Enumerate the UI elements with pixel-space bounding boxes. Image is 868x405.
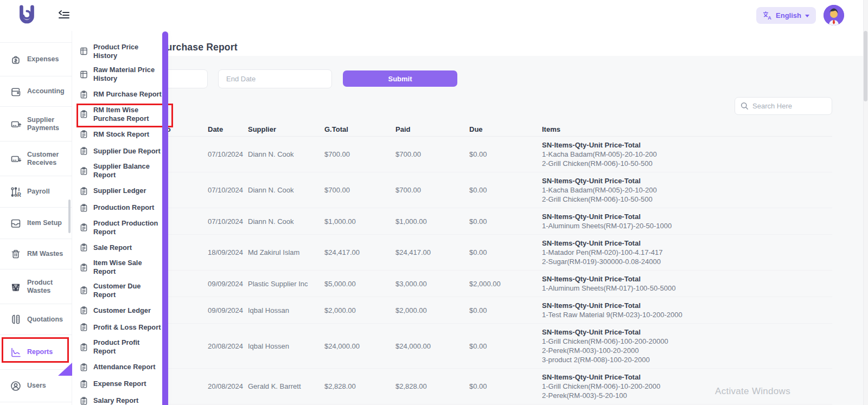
cell-paid: $24,417.00 xyxy=(395,248,469,256)
clipboard-icon xyxy=(79,187,88,196)
item-line: 1-Kacha Badam(RM-005)-20-10-200 xyxy=(542,150,828,159)
menu-item-rm-purchase-report[interactable]: RM Purchase Report xyxy=(79,90,162,99)
end-date-input[interactable] xyxy=(218,69,332,88)
table-row: 18/09/2024Md Zakirul Islam$24,417.00$24,… xyxy=(133,235,832,271)
cell-gtotal: $700.00 xyxy=(324,150,395,158)
cell-paid: $1,000.00 xyxy=(395,217,469,226)
language-label: English xyxy=(776,11,801,20)
cell-items: SN-Items-Qty-Unit Price-Total1-Grill Chi… xyxy=(542,327,832,364)
sidebar-item-customer-receives[interactable]: Customer Receives xyxy=(0,142,72,176)
quote-icon xyxy=(10,313,22,325)
sidebar-item-label: Customer Receives xyxy=(27,151,68,167)
menu-item-label: RM Purchase Report xyxy=(93,90,162,99)
menu-item-raw-material-price-history[interactable]: Raw Material Price History xyxy=(79,67,162,82)
sidebar-item-product-wastes[interactable]: Product Wastes xyxy=(0,269,72,304)
search-box[interactable] xyxy=(735,97,832,115)
language-selector[interactable]: A English xyxy=(756,7,816,24)
menu-item-supplier-due-report[interactable]: Supplier Due Report xyxy=(79,147,162,156)
sidebar-item-accounting[interactable]: Accounting xyxy=(0,76,72,107)
trash-icon xyxy=(10,248,22,260)
activate-windows-watermark: Activate Windows xyxy=(715,386,790,397)
clipboard-icon xyxy=(79,223,88,232)
cell-due: $0.00 xyxy=(469,342,542,350)
menu-item-label: Product Price History xyxy=(93,43,162,60)
menu-item-label: Item Wise Sale Report xyxy=(93,259,162,276)
menu-item-customer-due-report[interactable]: Customer Due Report xyxy=(79,283,162,298)
sidebar-collapse-icon[interactable] xyxy=(58,9,71,22)
page-scrollbar-thumb[interactable] xyxy=(864,31,867,101)
user-avatar[interactable] xyxy=(824,5,844,25)
table-header-row: Invoice NoDateSupplierG.TotalPaidDueItem… xyxy=(133,122,832,137)
sidebar-item-payroll[interactable]: RPayroll xyxy=(0,176,72,208)
menu-item-product-price-history[interactable]: Product Price History xyxy=(79,44,162,59)
cell-gtotal: $1,000.00 xyxy=(324,217,395,226)
sidebar-item-item-setup[interactable]: Item Setup xyxy=(0,208,72,239)
chevron-down-icon xyxy=(805,15,809,17)
menu-item-label: Supplier Ledger xyxy=(93,187,162,195)
cell-due: $0.00 xyxy=(469,382,542,390)
cell-items: SN-Items-Qty-Unit Price-Total1-Test Raw … xyxy=(542,301,832,319)
cell-supplier: Diann N. Cook xyxy=(248,217,324,226)
menu-item-label: RM Item Wise Purchase Report xyxy=(93,106,162,123)
items-header: SN-Items-Qty-Unit Price-Total xyxy=(542,239,828,248)
cell-items: SN-Items-Qty-Unit Price-Total1-Aluminum … xyxy=(542,212,832,230)
sidebar-item-supplier-payments[interactable]: Supplier Payments xyxy=(0,107,72,142)
menu-item-label: Expense Report xyxy=(93,380,162,388)
menu-item-product-production-report[interactable]: Product Production Report xyxy=(79,220,162,235)
sidebar-item-quotations[interactable]: Quotations xyxy=(0,304,72,335)
sidebar-item-expenses[interactable]: Expenses xyxy=(0,43,72,76)
items-header: SN-Items-Qty-Unit Price-Total xyxy=(542,372,828,382)
app-logo-icon[interactable] xyxy=(15,4,38,28)
item-line: 1-Grill Chicken(RM-006)-100-200-20000 xyxy=(542,337,828,346)
user-icon xyxy=(10,380,22,392)
cell-due: $0.00 xyxy=(469,306,542,314)
cell-items: SN-Items-Qty-Unit Price-Total1-Aluminum … xyxy=(542,274,832,293)
menu-item-attendance-report[interactable]: Attendance Report xyxy=(79,363,162,371)
menu-item-salary-report[interactable]: Salary Report xyxy=(79,396,162,405)
app-root: RM Purchase Report Submit Invoice NoDate… xyxy=(0,0,868,405)
menu-item-profit-loss-report[interactable]: Profit & Loss Report xyxy=(79,323,162,332)
basket-icon xyxy=(10,281,22,293)
cell-date: 18/09/2024 xyxy=(208,248,248,256)
table-body: 07/10/2024Diann N. Cook$700.00$700.00$0.… xyxy=(133,137,832,404)
menu-item-rm-stock-report[interactable]: RM Stock Report xyxy=(79,130,162,139)
sidebar-item-label: Expenses xyxy=(27,55,68,63)
menu-item-supplier-balance-report[interactable]: Supplier Balance Report xyxy=(79,164,162,179)
cell-date: 20/08/2024 xyxy=(208,342,248,350)
menu-item-customer-ledger[interactable]: Customer Ledger xyxy=(79,306,162,315)
menu-item-label: Customer Due Report xyxy=(93,282,162,299)
search-input[interactable] xyxy=(752,102,826,110)
clipboard-icon xyxy=(79,363,88,372)
wallet-icon xyxy=(10,86,22,98)
menu-item-supplier-ledger[interactable]: Supplier Ledger xyxy=(79,187,162,195)
submit-button[interactable]: Submit xyxy=(343,70,457,87)
column-header-due: Due xyxy=(469,125,542,133)
clipboard-icon xyxy=(79,110,88,119)
items-header: SN-Items-Qty-Unit Price-Total xyxy=(542,327,828,337)
table-row: 07/10/2024Diann N. Cook$700.00$700.00$0.… xyxy=(133,137,832,172)
table-row: 07/10/2024Diann N. Cook$1,000.00$1,000.0… xyxy=(133,208,832,235)
menu-item-sale-report[interactable]: Sale Report xyxy=(79,243,162,252)
cell-paid: $2,000.00 xyxy=(395,306,469,314)
menu-item-production-report[interactable]: Production Report xyxy=(79,203,162,212)
menu-item-expense-report[interactable]: Expense Report xyxy=(79,380,162,388)
menu-item-label: Product Production Report xyxy=(93,219,162,236)
inbox-icon xyxy=(10,217,22,229)
clipboard-icon xyxy=(79,396,88,405)
column-header-paid: Paid xyxy=(395,125,469,133)
sidebar-item-rm-wastes[interactable]: RM Wastes xyxy=(0,239,72,269)
cell-date: 09/09/2024 xyxy=(208,306,248,314)
menu-item-rm-item-wise-purchase-report[interactable]: RM Item Wise Purchase Report xyxy=(79,107,162,122)
clipboard-icon xyxy=(79,323,88,332)
menu-item-product-profit-report[interactable]: Product Profit Report xyxy=(79,340,162,355)
clipboard-icon xyxy=(79,203,88,213)
cell-due: $2,000.00 xyxy=(469,280,542,288)
sidebar-list: AttendanceExpensesAccountingSupplier Pay… xyxy=(0,23,72,402)
menu-item-label: Production Report xyxy=(93,203,162,212)
menu-item-label: Profit & Loss Report xyxy=(93,323,162,332)
table-row: 09/09/2024Iqbal Hossan$2,000.00$2,000.00… xyxy=(133,297,832,324)
sidebar-scrollbar[interactable] xyxy=(68,200,71,233)
menu-item-item-wise-sale-report[interactable]: Item Wise Sale Report xyxy=(79,260,162,275)
flyout-scrollbar[interactable] xyxy=(162,31,168,405)
cell-gtotal: $2,000.00 xyxy=(324,306,395,314)
